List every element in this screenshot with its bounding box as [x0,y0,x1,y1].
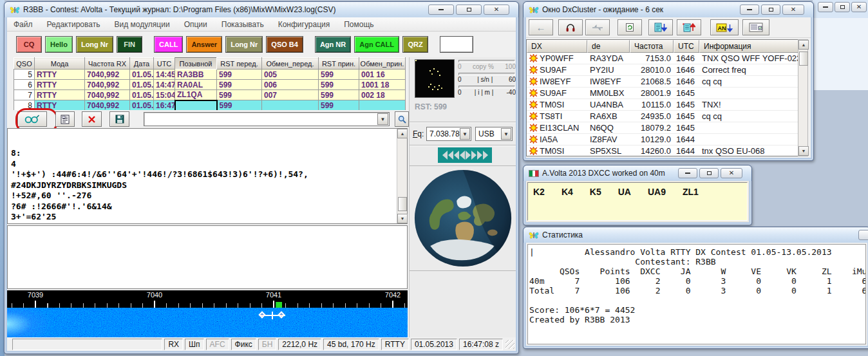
lookup-button[interactable] [395,111,409,127]
sort-button[interactable] [585,19,610,35]
window-control-partial[interactable] [858,230,868,240]
macro-button[interactable]: Agn NR [315,36,351,53]
scroll-down-icon[interactable]: ▼ [798,146,809,156]
dx-spot-row[interactable]: IW8EYF IW8EYF 21068.5 1646 cq cq [527,76,801,88]
waterfall-display[interactable]: 7039 7040 7041 7042 [7,290,408,337]
log-row-current[interactable]: 8RTTY 7040,99201.05. 16:47 599 599 [14,100,406,111]
dx-spot-row[interactable]: TM0SI UA4NBA 10115.0 1645 TNX! [527,99,801,111]
callsign-search-combobox[interactable]: ▼ [144,112,390,126]
signal-meter[interactable]: 0 | s/n | 60 [457,73,516,83]
macro-button[interactable]: Answer [186,36,222,53]
dx-spot-row[interactable]: IA5A IZ8FAV 10129.0 1644 [527,134,801,145]
menu-item[interactable]: Конфигурация [278,20,330,29]
col-header-rst-sent[interactable]: RST перед. [217,58,262,70]
macro-button[interactable]: QRZ [402,36,428,53]
dx-scrollbar[interactable]: ▲ ▼ [798,39,808,156]
get-spots-button[interactable] [648,19,673,35]
macro-button[interactable]: CALL [154,36,183,53]
dx-spot-row[interactable]: TM0SI SP5XSL 14260.0 1644 tnx QSO EU-068 [527,145,801,156]
dx-spot-row[interactable]: EI13CLAN N6QQ 18079.2 1645 [527,122,801,134]
status-panel[interactable]: 45 bd, 170 Hz [323,339,379,350]
status-panel[interactable]: Фикс [231,339,256,350]
status-panel[interactable]: Шп [185,339,204,350]
minimize-button[interactable] [740,5,759,15]
signal-meter[interactable]: 0 | i | m | -40 [457,86,516,96]
status-panel[interactable]: RTTY [381,339,409,350]
status-panel[interactable]: RX [164,339,183,350]
col-header-callsign[interactable]: Позывной [175,58,217,70]
col-header-rst-rcvd[interactable]: RST прин. [319,58,359,70]
macro-button[interactable]: QSO B4 [266,36,303,53]
search-log-button[interactable] [17,111,47,127]
scroll-up-icon[interactable]: ▲ [798,40,809,50]
close-button[interactable]: ✕ [721,168,742,178]
col-header-mode[interactable]: Мода [35,58,85,70]
announce-filter-button[interactable]: AN [710,19,739,35]
scroll-down-icon[interactable]: ▼ [397,214,408,223]
maximize-button[interactable] [699,168,719,178]
menu-item[interactable]: Помощь [344,20,373,29]
close-button[interactable]: ✕ [484,5,509,15]
frequency-combobox[interactable]: 7.038.780 ▼ [426,127,471,141]
dx-spot-row[interactable]: YP0WFF RA3YDA 7153.0 1646 TNX QSO WFF YO… [527,53,801,64]
chevron-down-icon[interactable]: ▼ [377,113,388,125]
minimize-button[interactable] [428,5,454,15]
meter-slider[interactable] [458,73,515,75]
current-freq-flag[interactable] [276,302,282,308]
close-button[interactable]: ✕ [782,5,804,15]
dxcc-titlebar[interactable]: A.Volta 2013 DXCC worked on 40m ✕ [524,165,751,181]
minimize-button[interactable] [678,168,697,178]
col-header-dx[interactable]: DX [527,40,587,53]
dxcluster-titlebar[interactable]: Окно DxCluster - ожидание - 6 сек ✕ [524,2,813,17]
dx-spot-row[interactable]: SU9AF PY2IU 28010.0 1646 Correct freq [527,64,801,76]
menu-item[interactable]: Редактировать [47,20,100,29]
tuning-scope[interactable] [415,59,455,98]
statistics-text[interactable]: | Alessandro Volta RTTY DX Contest 01.05… [527,244,866,344]
tune-step-arrows[interactable] [438,147,492,163]
maximize-button[interactable] [761,5,780,15]
rtty-tuning-marker[interactable] [259,312,285,319]
status-panel[interactable]: БН [258,339,277,350]
col-header-date[interactable]: Дата [130,58,154,70]
scrollbar-thumb[interactable] [799,52,808,66]
save-qso-button[interactable] [109,111,129,127]
dxcc-prefix-list[interactable]: K2K4K5UAUA9ZL1 [527,182,748,221]
scrollbar-thumb[interactable] [398,197,407,211]
delete-qso-button[interactable] [82,111,102,127]
macro-button[interactable]: Long Nr [225,36,263,53]
col-header-exch-sent[interactable]: Обмен_перед. [262,58,319,70]
macro-button[interactable]: Agn CALL [354,36,399,53]
col-header-qso[interactable]: QSO [14,58,35,70]
scroll-up-icon[interactable]: ▲ [397,129,408,138]
col-header-freq[interactable]: Частота [630,40,674,53]
meter-slider[interactable] [458,86,515,88]
log-row[interactable]: 5RTTY 7040,99201.05. 14:45RA3BB 599005 5… [14,70,406,80]
log-row[interactable]: 7RTTY 7040,99201.05. 15:04ZL1QA 599007 5… [14,90,406,100]
chevron-down-icon[interactable]: ▼ [460,128,470,140]
tx-text-pane[interactable] [7,225,408,289]
refresh-spots-button[interactable] [618,19,642,35]
send-spot-button[interactable]: * [677,19,701,35]
mode-combobox[interactable]: USB ▼ [475,127,513,141]
col-header-freq[interactable]: Частота RX [85,58,130,70]
resize-grip[interactable] [505,340,514,349]
dx-spot-row[interactable]: SU9AF MM0LBX 28001.9 1645 [527,88,801,99]
status-panel[interactable]: 01.05.2013 [411,339,457,350]
statistics-titlebar[interactable]: Статистика [524,227,868,243]
cluster-settings-button[interactable] [742,19,769,35]
listen-button[interactable] [558,19,583,35]
signal-meter[interactable]: 0 copy % 100 [457,60,516,70]
callsign-entry-cell[interactable] [175,100,217,111]
macro-button-blank[interactable] [440,36,473,53]
status-panel[interactable]: 16:47:08 z [459,339,503,350]
macro-button[interactable]: FIN [117,36,142,53]
rx-decoded-text[interactable]: 8: 4 '!+$+') :44#6:4!/&6''64'+'!446!/?3!… [7,128,408,224]
col-header-utc[interactable]: UTC [154,58,175,70]
macro-button[interactable]: Hello [45,36,73,53]
menu-item[interactable]: Показывать [222,20,264,29]
menu-item[interactable]: Опции [184,20,207,29]
menu-item[interactable]: Вид модуляции [114,20,169,29]
col-header-exch-rcvd[interactable]: Обмен_прин. [359,58,406,70]
menu-item[interactable]: Файл [14,20,33,29]
world-globe[interactable] [413,168,513,268]
